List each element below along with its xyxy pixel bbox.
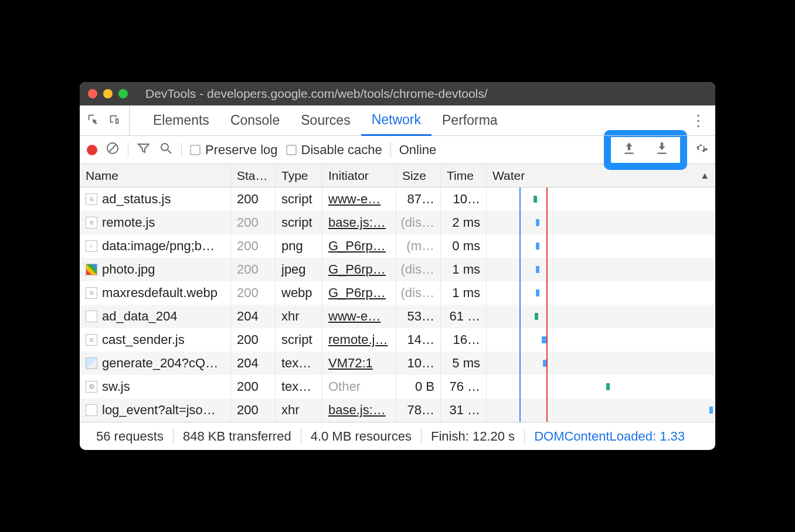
request-waterfall [487,305,715,328]
request-size: 10… [396,352,441,375]
column-type[interactable]: Type [276,164,322,187]
request-initiator[interactable]: VM72:1 [322,352,396,375]
request-status: 204 [231,352,276,375]
request-status: 200 [231,328,276,352]
request-time: 16… [441,328,487,352]
request-initiator[interactable]: Other [322,375,396,398]
table-row[interactable]: log_event?alt=jso…200xhrbase.js:…78…31 … [80,398,715,422]
throttling-selector[interactable]: Online [399,142,437,158]
tab-network[interactable]: Network [361,105,432,136]
request-type: tex… [276,352,322,375]
request-type: tex… [276,375,322,398]
filter-icon[interactable] [137,141,151,159]
request-size: 0 B [396,375,441,398]
tab-performa[interactable]: Performa [432,105,508,136]
request-initiator[interactable]: remote.j… [322,328,396,352]
record-button[interactable] [87,145,97,155]
table-row[interactable]: ▫data:image/png;b…200pngG_P6rp…(m…0 ms [80,234,715,258]
svg-line-1 [109,145,116,152]
request-initiator[interactable]: www-e… [322,305,396,328]
table-row[interactable]: generate_204?cQ…204tex…VM72:110…5 ms [80,352,715,375]
blank-file-icon [86,311,97,322]
panel-tabs: ElementsConsoleSourcesNetworkPerforma ⋮ [80,105,715,136]
preserve-log-checkbox[interactable]: Preserve log [190,142,278,158]
footer-requests: 56 requests [87,429,174,444]
close-window-button[interactable] [88,89,97,98]
request-name: generate_204?cQ… [102,356,218,371]
document-icon: ≡ [86,217,97,229]
request-size: 87… [396,187,441,211]
table-row[interactable]: ⚙︎sw.js200tex…Other0 B76 … [80,375,715,398]
settings-icon[interactable] [694,141,708,159]
disable-cache-checkbox[interactable]: Disable cache [286,142,382,158]
footer-resources: 4.0 MB resources [301,429,422,444]
request-time: 76 … [441,375,487,398]
request-waterfall [487,352,715,375]
request-name: maxresdefault.webp [102,285,218,301]
column-name[interactable]: Name [80,164,231,187]
minimize-window-button[interactable] [103,89,113,98]
request-status: 204 [231,305,276,328]
import-har-icon[interactable] [654,141,670,159]
window-title: DevTools - developers.google.com/web/too… [145,87,488,101]
request-initiator[interactable]: G_P6rp… [322,281,396,305]
device-toolbar-icon[interactable] [108,113,121,128]
request-initiator[interactable]: www-e… [322,187,396,211]
network-table-header: Name Sta… Type Initiator Size Time Water… [80,164,715,187]
clear-icon[interactable] [106,141,120,159]
document-icon: ≡ [86,193,97,205]
request-initiator[interactable]: G_P6rp… [322,258,396,281]
tab-elements[interactable]: Elements [142,105,220,136]
zoom-window-button[interactable] [118,89,128,98]
placeholder-image-icon [86,357,97,369]
gear-file-icon: ⚙︎ [86,381,97,393]
more-menu-icon[interactable]: ⋮ [691,113,706,128]
request-status: 200 [231,375,276,398]
request-name: data:image/png;b… [102,238,215,254]
table-row[interactable]: ≡maxresdefault.webp200webpG_P6rp…(dis…1 … [80,281,715,305]
column-initiator[interactable]: Initiator [322,164,396,187]
table-row[interactable]: ≡ad_status.js200scriptwww-e…87…10… [80,187,715,211]
footer-domcontentloaded: DOMContentLoaded: 1.33 [525,429,694,444]
request-type: jpeg [276,258,322,281]
request-initiator[interactable]: base.js:… [322,398,396,422]
request-type: png [276,234,322,258]
request-time: 31 … [441,398,487,422]
request-size: (dis… [396,211,441,234]
inspect-element-icon[interactable] [87,113,100,128]
request-time: 5 ms [441,352,487,375]
column-status[interactable]: Sta… [231,164,276,187]
column-waterfall[interactable]: Water ▲ [487,164,715,187]
request-time: 0 ms [441,234,487,258]
request-size: 78… [396,398,441,422]
request-name: log_event?alt=jso… [102,403,216,418]
table-row[interactable]: ≡remote.js200scriptbase.js:…(dis…2 ms [80,211,715,234]
request-time: 1 ms [441,281,487,305]
request-type: webp [276,281,322,305]
request-name: sw.js [102,379,130,394]
devtools-window: DevTools - developers.google.com/web/too… [80,82,715,450]
column-size[interactable]: Size [396,164,441,187]
search-icon[interactable] [159,141,173,159]
table-row[interactable]: photo.jpg200jpegG_P6rp…(dis…1 ms [80,258,715,281]
request-waterfall [487,281,715,305]
request-status: 200 [231,234,276,258]
network-toolbar: Preserve log Disable cache Online [80,136,715,164]
request-waterfall [487,234,715,258]
export-har-icon[interactable] [621,141,637,159]
preserve-log-label: Preserve log [205,142,278,158]
request-waterfall [487,187,715,211]
column-time[interactable]: Time [441,164,487,187]
request-type: xhr [276,398,322,422]
request-waterfall [487,375,715,398]
tab-sources[interactable]: Sources [290,105,361,136]
request-waterfall [487,211,715,234]
table-row[interactable]: ≡cast_sender.js200scriptremote.j…14…16… [80,328,715,352]
request-initiator[interactable]: base.js:… [322,211,396,234]
svg-point-2 [161,144,168,151]
tab-console[interactable]: Console [220,105,290,136]
request-name: remote.js [102,215,155,230]
table-row[interactable]: ad_data_204204xhrwww-e…53…61 … [80,305,715,328]
request-initiator[interactable]: G_P6rp… [322,234,396,258]
request-name: ad_status.js [102,192,171,207]
